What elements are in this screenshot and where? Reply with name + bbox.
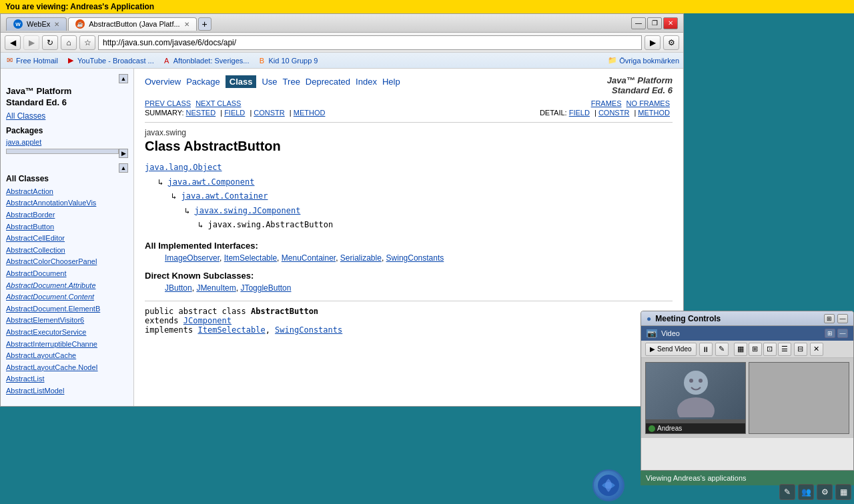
send-video-button[interactable]: ▶ Send Video [645, 343, 697, 356]
subclass-jbutton[interactable]: JButton [165, 283, 192, 293]
prev-class-link[interactable]: PREV CLASS [145, 99, 191, 107]
nav-class[interactable]: Class [226, 75, 257, 88]
detail-field[interactable]: FIELD [569, 109, 590, 117]
bookmark-aftonbladet[interactable]: A Aftonbladet: Sveriges... [162, 56, 250, 65]
mc-view-2[interactable]: ⊞ [749, 343, 762, 356]
tab-webex[interactable]: W WebEx ✕ [6, 17, 67, 31]
tree-link-object[interactable]: java.lang.Object [145, 163, 222, 172]
bookmark-hotmail[interactable]: ✉ Free Hotmail [5, 56, 58, 65]
class-link-3[interactable]: AbstractButton [6, 221, 128, 233]
nav-tree[interactable]: Tree [283, 77, 300, 87]
package-java-applet[interactable]: java.applet [6, 138, 128, 146]
sidebar-scroll-up[interactable]: ▲ [119, 74, 128, 83]
bookmark-youtube[interactable]: ▶ YouTube - Broadcast ... [66, 56, 154, 65]
tree-item-1: ↳ java.awt.Component [158, 175, 673, 190]
class-link-10[interactable]: AbstractDocument.ElementB [6, 303, 128, 315]
iface-imageobserver[interactable]: ImageObserver [165, 253, 220, 263]
summary-field[interactable]: FIELD [224, 109, 245, 117]
class-link-13[interactable]: AbstractInterruptibleChanne [6, 339, 128, 351]
tree-link-jcomponent[interactable]: javax.swing.JComponent [194, 206, 300, 215]
summary-constr[interactable]: CONSTR [254, 109, 284, 117]
summary-nested[interactable]: NESTED [186, 109, 216, 117]
class-link-6[interactable]: AbstractColorChooserPanel [6, 256, 128, 268]
bookmark-ovriga[interactable]: 📁 Övriga bokmärken [608, 56, 679, 65]
mc-view-4[interactable]: ☰ [778, 343, 791, 356]
mc-view-1[interactable]: ▦ [734, 343, 747, 356]
mc-video-expand[interactable]: ⊞ [825, 329, 835, 338]
tools-button[interactable]: ⚙ [663, 35, 679, 50]
main-content[interactable]: Overview Package Class Use Tree Deprecat… [134, 69, 683, 406]
bottom-settings-button[interactable]: ⚙ [817, 484, 833, 500]
iface-itemselectable[interactable]: ItemSelectable [224, 253, 277, 263]
forward-button[interactable]: ▶ [23, 35, 39, 50]
no-frames-link[interactable]: NO FRAMES [626, 99, 670, 107]
frames-link[interactable]: FRAMES [591, 99, 622, 107]
detail-method[interactable]: METHOD [638, 109, 670, 117]
mc-edit-button[interactable]: ✎ [715, 343, 729, 356]
class-link-12[interactable]: AbstractExecutorService [6, 327, 128, 339]
nav-deprecated[interactable]: Deprecated [306, 77, 350, 87]
class-link-4[interactable]: AbstractCellEditor [6, 233, 128, 245]
address-input[interactable] [98, 35, 642, 50]
class-link-17[interactable]: AbstractListModel [6, 385, 128, 397]
minimize-button[interactable]: — [631, 17, 646, 29]
class-link-9[interactable]: AbstractDocument.Content [6, 291, 128, 303]
class-link-15[interactable]: AbstractLayoutCache.NodeI [6, 362, 128, 374]
tab-webex-close[interactable]: ✕ [54, 21, 59, 28]
bookmark-kid10[interactable]: B Kid 10 Grupp 9 [257, 56, 318, 65]
star-button[interactable]: ☆ [79, 35, 95, 50]
class-link-8[interactable]: AbstractDocument.Attribute [6, 280, 128, 292]
bottom-more-button[interactable]: ▦ [835, 484, 851, 500]
bottom-edit-button[interactable]: ✎ [779, 484, 795, 500]
restore-button[interactable]: ❐ [647, 17, 662, 29]
mc-pause-button[interactable]: ⏸ [699, 343, 713, 356]
mc-expand-button[interactable]: ⊞ [824, 314, 835, 323]
tab-javadoc[interactable]: ☕ AbstractButton (Java Platf... ✕ [68, 17, 196, 31]
class-link-11[interactable]: AbstractElementVisitor6 [6, 315, 128, 327]
nav-use[interactable]: Use [262, 77, 277, 87]
back-button[interactable]: ◀ [5, 35, 21, 50]
tree-link-component[interactable]: java.awt.Component [167, 177, 254, 187]
class-link-16[interactable]: AbstractList [6, 373, 128, 385]
detail-constr[interactable]: CONSTR [598, 109, 629, 117]
class-link-7[interactable]: AbstractDocument [6, 268, 128, 280]
mc-fullscreen-button[interactable]: ✕ [810, 343, 823, 356]
subclass-jtogglebutton[interactable]: JToggleButton [240, 283, 291, 293]
nav-help[interactable]: Help [382, 77, 400, 87]
class-link-2[interactable]: AbstractBorder [6, 209, 128, 221]
mc-view-3[interactable]: ⊡ [763, 343, 777, 356]
nav-overview[interactable]: Overview [145, 77, 181, 87]
mc-video-collapse[interactable]: — [837, 329, 848, 338]
impl-itemselectable[interactable]: ItemSelectable [197, 325, 265, 335]
subclass-jmenuitem[interactable]: JMenuItem [196, 283, 236, 293]
mc-pip-button[interactable]: ⊟ [794, 343, 807, 356]
extends-jcomponent[interactable]: JComponent [183, 316, 232, 325]
summary-method[interactable]: METHOD [294, 109, 326, 117]
class-link-1[interactable]: AbstractAnnotationValueVis [6, 197, 128, 209]
impl-swingconstants[interactable]: SwingConstants [275, 325, 342, 335]
class-link-0[interactable]: AbstractAction [6, 186, 128, 198]
class-title: Class AbstractButton [145, 139, 673, 154]
class-link-5[interactable]: AbstractCollection [6, 245, 128, 257]
nav-package[interactable]: Package [186, 77, 220, 87]
next-class-link[interactable]: NEXT CLASS [195, 99, 241, 107]
iface-menucontainer[interactable]: MenuContainer [282, 253, 336, 263]
bottom-users-button[interactable]: 👥 [798, 484, 814, 500]
add-tab-button[interactable]: + [198, 17, 211, 31]
sidebar-classes-scroll-up[interactable]: ▲ [119, 163, 128, 173]
sidebar-title: Java™ PlatformStandard Ed. 6 [6, 86, 128, 109]
home-button[interactable]: ⌂ [61, 35, 77, 50]
go-button[interactable]: ▶ [645, 35, 661, 50]
iface-swingconstants[interactable]: SwingConstants [386, 253, 444, 263]
nav-index[interactable]: Index [356, 77, 377, 87]
mc-minimize-button[interactable]: — [837, 314, 848, 323]
sidebar-scroll-right[interactable]: ▶ [119, 149, 128, 158]
refresh-button[interactable]: ↻ [42, 35, 58, 50]
close-button[interactable]: ✕ [663, 17, 678, 29]
tab-javadoc-close[interactable]: ✕ [184, 21, 189, 28]
class-link-14[interactable]: AbstractLayoutCache [6, 350, 128, 362]
webex-swirl-logo[interactable] [592, 469, 624, 501]
tree-link-container[interactable]: java.awt.Container [181, 191, 268, 201]
all-classes-link[interactable]: All Classes [6, 111, 128, 121]
iface-serializable[interactable]: Serializable [340, 253, 382, 263]
